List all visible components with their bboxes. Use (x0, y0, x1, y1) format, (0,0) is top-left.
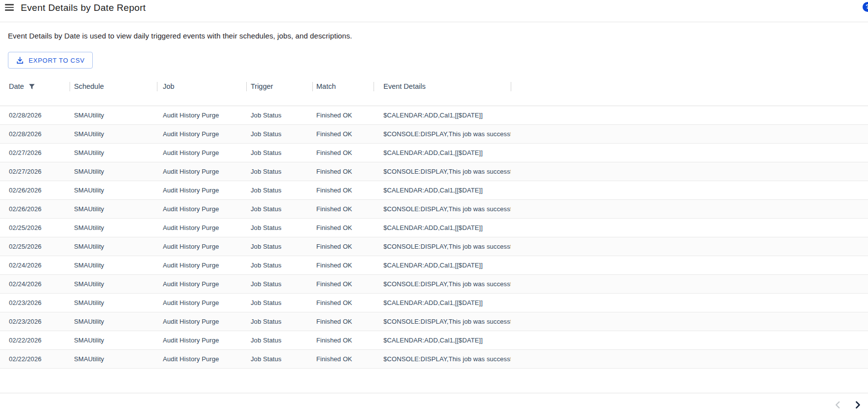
cell-trigger: Job Status (246, 205, 312, 213)
chevron-right-icon (855, 401, 861, 409)
cell-date: 02/24/2026 (0, 262, 70, 269)
cell-event-details: $CONSOLE:DISPLAY,This job was successful (374, 243, 511, 250)
cell-date: 02/27/2026 (0, 168, 70, 175)
cell-match: Finished OK (312, 355, 374, 363)
cell-date: 02/28/2026 (0, 130, 70, 138)
cell-trigger: Job Status (246, 355, 312, 363)
cell-job: Audit History Purge (157, 262, 246, 269)
cell-trigger: Job Status (246, 112, 312, 119)
table-row: 02/25/2026 SMAUtility Audit History Purg… (0, 219, 868, 237)
column-header-event-details[interactable]: Event Details (374, 81, 511, 92)
table-header-row: Date Schedule Job Trigger Match Event (0, 81, 868, 106)
export-csv-label: EXPORT TO CSV (29, 57, 85, 64)
cell-match: Finished OK (312, 337, 374, 344)
table-body: 02/28/2026 SMAUtility Audit History Purg… (0, 106, 868, 369)
cell-job: Audit History Purge (157, 187, 246, 194)
cell-event-details: $CALENDAR:ADD,Cal1,[[$DATE]] (374, 149, 511, 156)
cell-match: Finished OK (312, 299, 374, 306)
cell-schedule: SMAUtility (70, 168, 157, 175)
table-row: 02/22/2026 SMAUtility Audit History Purg… (0, 350, 868, 369)
column-header-match-label: Match (316, 81, 336, 92)
cell-trigger: Job Status (246, 224, 312, 231)
cell-date: 02/28/2026 (0, 112, 70, 119)
cell-schedule: SMAUtility (70, 337, 157, 344)
previous-page-button[interactable] (833, 400, 842, 410)
cell-job: Audit History Purge (157, 318, 246, 325)
cell-event-details: $CALENDAR:ADD,Cal1,[[$DATE]] (374, 187, 511, 194)
cell-job: Audit History Purge (157, 355, 246, 363)
cell-job: Audit History Purge (157, 337, 246, 344)
cell-trigger: Job Status (246, 168, 312, 175)
pagination-bar (0, 393, 868, 415)
main-content: Event Details by Date is used to view da… (0, 32, 868, 415)
cell-trigger: Job Status (246, 337, 312, 344)
cell-trigger: Job Status (246, 187, 312, 194)
column-header-job[interactable]: Job (157, 81, 246, 92)
cell-event-details: $CONSOLE:DISPLAY,This job was successful (374, 205, 511, 213)
cell-date: 02/27/2026 (0, 149, 70, 156)
cell-schedule: SMAUtility (70, 262, 157, 269)
date-filter-button[interactable] (29, 83, 35, 90)
cell-trigger: Job Status (246, 299, 312, 306)
table-row: 02/23/2026 SMAUtility Audit History Purg… (0, 312, 868, 331)
column-header-schedule-label: Schedule (74, 81, 104, 92)
column-header-match[interactable]: Match (312, 81, 374, 92)
column-header-date[interactable]: Date (0, 81, 70, 92)
cell-date: 02/26/2026 (0, 187, 70, 194)
cell-job: Audit History Purge (157, 280, 246, 288)
cell-match: Finished OK (312, 149, 374, 156)
cell-event-details: $CALENDAR:ADD,Cal1,[[$DATE]] (374, 262, 511, 269)
events-table: Date Schedule Job Trigger Match Event (0, 81, 868, 415)
column-header-filler (511, 81, 868, 92)
cell-schedule: SMAUtility (70, 224, 157, 231)
cell-trigger: Job Status (246, 243, 312, 250)
export-csv-button[interactable]: EXPORT TO CSV (8, 52, 93, 69)
hamburger-icon (5, 4, 14, 5)
chevron-left-icon (834, 401, 841, 409)
table-row: 02/27/2026 SMAUtility Audit History Purg… (0, 144, 868, 162)
cell-match: Finished OK (312, 224, 374, 231)
column-header-trigger-label: Trigger (251, 81, 273, 92)
cell-match: Finished OK (312, 205, 374, 213)
cell-date: 02/24/2026 (0, 280, 70, 288)
cell-trigger: Job Status (246, 262, 312, 269)
table-row: 02/27/2026 SMAUtility Audit History Purg… (0, 162, 868, 181)
cell-job: Audit History Purge (157, 224, 246, 231)
page-title: Event Details by Date Report (21, 2, 146, 13)
cell-date: 02/22/2026 (0, 355, 70, 363)
cell-schedule: SMAUtility (70, 112, 157, 119)
cell-match: Finished OK (312, 187, 374, 194)
cell-job: Audit History Purge (157, 130, 246, 138)
cell-job: Audit History Purge (157, 299, 246, 306)
cell-match: Finished OK (312, 280, 374, 288)
table-row: 02/24/2026 SMAUtility Audit History Purg… (0, 275, 868, 294)
cell-match: Finished OK (312, 130, 374, 138)
cell-date: 02/23/2026 (0, 299, 70, 306)
cell-schedule: SMAUtility (70, 299, 157, 306)
cell-schedule: SMAUtility (70, 355, 157, 363)
cell-event-details: $CALENDAR:ADD,Cal1,[[$DATE]] (374, 337, 511, 344)
cell-event-details: $CONSOLE:DISPLAY,This job was successful (374, 168, 511, 175)
column-header-schedule[interactable]: Schedule (70, 81, 157, 92)
cell-schedule: SMAUtility (70, 318, 157, 325)
hamburger-menu-button[interactable] (3, 2, 15, 12)
cell-schedule: SMAUtility (70, 205, 157, 213)
column-header-date-label: Date (9, 81, 24, 92)
table-row: 02/23/2026 SMAUtility Audit History Purg… (0, 294, 868, 312)
cell-date: 02/25/2026 (0, 243, 70, 250)
column-header-trigger[interactable]: Trigger (246, 81, 312, 92)
cell-schedule: SMAUtility (70, 187, 157, 194)
cell-event-details: $CONSOLE:DISPLAY,This job was successful (374, 130, 511, 138)
download-icon (16, 56, 24, 65)
cell-schedule: SMAUtility (70, 280, 157, 288)
cell-job: Audit History Purge (157, 205, 246, 213)
table-row: 02/28/2026 SMAUtility Audit History Purg… (0, 125, 868, 144)
filter-funnel-icon (29, 83, 35, 90)
column-header-job-label: Job (163, 81, 174, 92)
table-row: 02/28/2026 SMAUtility Audit History Purg… (0, 106, 868, 125)
table-row: 02/26/2026 SMAUtility Audit History Purg… (0, 200, 868, 219)
column-header-event-details-label: Event Details (383, 81, 425, 92)
help-icon[interactable]: ? (863, 2, 868, 12)
next-page-button[interactable] (854, 400, 862, 410)
top-bar: Event Details by Date Report ? (0, 0, 868, 22)
